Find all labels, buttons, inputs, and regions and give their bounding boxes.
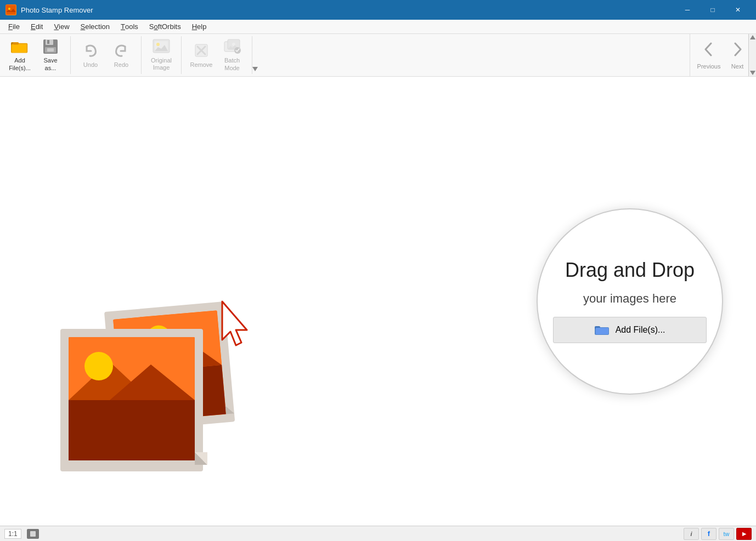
svg-rect-10 bbox=[47, 48, 54, 52]
redo-button[interactable]: Redo bbox=[106, 37, 137, 74]
title-bar: Photo Stamp Remover ─ □ ✕ bbox=[0, 0, 756, 20]
svg-point-13 bbox=[156, 43, 160, 46]
next-button[interactable]: Next bbox=[723, 37, 752, 74]
save-as-button[interactable]: Saveas... bbox=[35, 37, 66, 74]
menu-softorbits[interactable]: SoftOrbits bbox=[144, 20, 187, 34]
menu-help[interactable]: Help bbox=[187, 20, 212, 34]
svg-point-38 bbox=[84, 352, 113, 380]
zoom-level: 1:1 bbox=[4, 529, 21, 539]
original-image-button[interactable]: OriginalImage bbox=[146, 37, 177, 74]
toolbar-navigation: Previous Next bbox=[690, 34, 756, 76]
svg-point-1 bbox=[8, 8, 10, 10]
chevron-right-icon bbox=[731, 41, 744, 61]
svg-rect-45 bbox=[30, 531, 36, 537]
original-image-label: OriginalImage bbox=[151, 57, 172, 71]
app-title: Photo Stamp Remover bbox=[21, 6, 675, 14]
save-icon bbox=[42, 38, 59, 55]
toolbar-image-group: OriginalImage bbox=[142, 36, 182, 74]
info-button[interactable]: i bbox=[684, 528, 699, 540]
status-bar: 1:1 i f tw ▶ bbox=[0, 526, 756, 541]
toolbar-dropdown[interactable] bbox=[252, 36, 261, 73]
save-as-label: Saveas... bbox=[43, 57, 57, 71]
page-view-icon bbox=[27, 529, 39, 539]
svg-rect-39 bbox=[69, 400, 195, 460]
main-content: Drag and Drop your images here Add File(… bbox=[0, 77, 756, 526]
drag-drop-subtext: your images here bbox=[583, 292, 676, 306]
maximize-button[interactable]: □ bbox=[700, 0, 725, 20]
youtube-button[interactable]: ▶ bbox=[736, 528, 752, 540]
previous-label: Previous bbox=[697, 63, 721, 70]
batch-mode-button[interactable]: BatchMode bbox=[217, 37, 247, 74]
chevron-left-icon bbox=[702, 41, 715, 61]
cursor-illustration bbox=[214, 296, 258, 358]
menu-file[interactable]: File bbox=[3, 20, 25, 34]
app-icon bbox=[5, 4, 16, 15]
toolbar-file-group: AddFile(s)... Saveas... bbox=[0, 36, 71, 74]
svg-rect-8 bbox=[47, 40, 49, 44]
menu-view[interactable]: View bbox=[48, 20, 75, 34]
redo-label: Redo bbox=[114, 61, 128, 69]
svg-marker-23 bbox=[750, 71, 755, 75]
minimize-button[interactable]: ─ bbox=[675, 0, 700, 20]
facebook-button[interactable]: f bbox=[701, 528, 716, 540]
menu-edit[interactable]: Edit bbox=[25, 20, 48, 34]
menu-tools[interactable]: Tools bbox=[115, 20, 144, 34]
undo-icon bbox=[82, 42, 99, 59]
svg-rect-44 bbox=[596, 328, 608, 334]
svg-marker-21 bbox=[252, 67, 258, 71]
svg-rect-4 bbox=[12, 44, 27, 53]
remove-button[interactable]: Remove bbox=[186, 37, 217, 74]
undo-label: Undo bbox=[83, 61, 98, 69]
svg-rect-0 bbox=[6, 5, 16, 15]
remove-label: Remove bbox=[190, 61, 213, 69]
add-files-circle-label: Add File(s)... bbox=[616, 325, 665, 335]
status-right-icons: i f tw ▶ bbox=[684, 528, 752, 540]
svg-marker-22 bbox=[750, 35, 755, 39]
close-button[interactable]: ✕ bbox=[725, 0, 751, 20]
original-image-icon bbox=[153, 39, 170, 55]
svg-rect-5 bbox=[13, 42, 19, 44]
toolbar-process-group: Remove BatchMode bbox=[182, 36, 252, 74]
add-files-circle-button[interactable]: Add File(s)... bbox=[553, 317, 707, 343]
drop-zone-circle: Drag and Drop your images here Add File(… bbox=[537, 208, 723, 395]
remove-icon bbox=[193, 42, 210, 59]
toolbar-edit-group: Undo Redo bbox=[71, 36, 142, 74]
menu-selection[interactable]: Selection bbox=[75, 20, 115, 34]
batch-mode-icon bbox=[223, 38, 241, 55]
redo-icon bbox=[112, 42, 130, 59]
window-controls: ─ □ ✕ bbox=[675, 0, 751, 20]
add-files-button[interactable]: AddFile(s)... bbox=[4, 37, 35, 74]
drag-drop-text: Drag and Drop bbox=[565, 259, 695, 281]
undo-button[interactable]: Undo bbox=[75, 37, 106, 74]
twitter-button[interactable]: tw bbox=[719, 528, 734, 540]
menu-bar: File Edit View Selection Tools SoftOrbit… bbox=[0, 20, 756, 34]
add-files-label: AddFile(s)... bbox=[9, 57, 31, 71]
toolbar: AddFile(s)... Saveas... bbox=[0, 34, 756, 77]
toolbar-scrollbar bbox=[748, 34, 756, 76]
folder-open-icon bbox=[11, 38, 29, 55]
batch-mode-label: BatchMode bbox=[224, 57, 240, 71]
next-label: Next bbox=[731, 63, 744, 70]
previous-button[interactable]: Previous bbox=[695, 37, 723, 74]
